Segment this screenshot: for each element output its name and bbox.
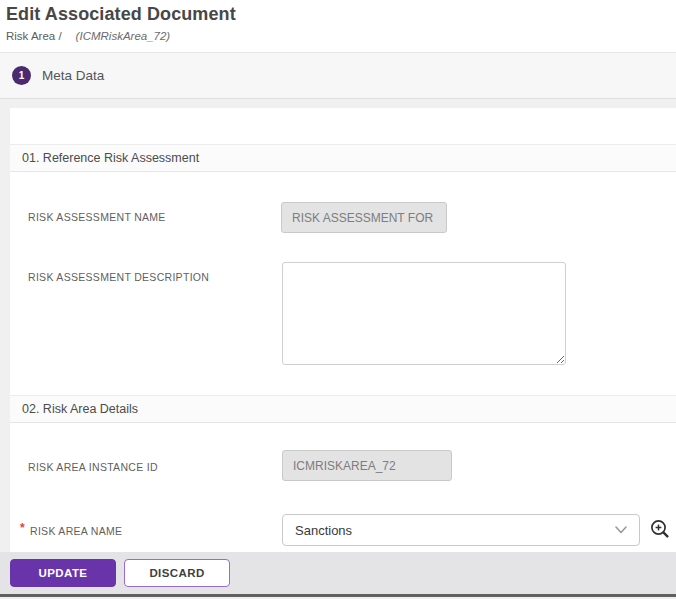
risk-area-name-label: RISK AREA NAME [30, 525, 122, 537]
risk-area-instance-id-label: RISK AREA INSTANCE ID [28, 461, 158, 473]
chevron-down-icon [615, 526, 627, 534]
breadcrumb-root[interactable]: Risk Area / [6, 30, 62, 42]
risk-area-name-select[interactable]: Sanctions [282, 514, 640, 546]
risk-assessment-name-input [281, 202, 447, 233]
risk-assessment-name-label: RISK ASSESSMENT NAME [28, 211, 166, 223]
risk-area-name-selected-value: Sanctions [295, 523, 615, 538]
page-title: Edit Associated Document [6, 4, 236, 25]
risk-area-instance-id-input [282, 450, 452, 481]
discard-button[interactable]: DISCARD [124, 559, 230, 587]
risk-area-lookup-button[interactable] [648, 518, 672, 542]
form-card: 01. Reference Risk Assessment RISK ASSES… [10, 108, 676, 552]
breadcrumb-current: (ICMRiskArea_72) [76, 30, 171, 42]
section-header-risk-area-details: 02. Risk Area Details [10, 395, 676, 423]
risk-assessment-description-textarea[interactable] [282, 262, 566, 365]
breadcrumb: Risk Area /(ICMRiskArea_72) [6, 30, 170, 42]
step-label: Meta Data [42, 68, 104, 83]
footer-action-bar: UPDATE DISCARD [0, 552, 676, 594]
update-button[interactable]: UPDATE [10, 559, 116, 587]
section-header-reference-risk-assessment: 01. Reference Risk Assessment [10, 144, 676, 172]
risk-assessment-description-label: RISK ASSESSMENT DESCRIPTION [28, 271, 209, 283]
page-header: Edit Associated Document Risk Area /(ICM… [0, 0, 676, 52]
step-header-meta-data[interactable]: 1 Meta Data [0, 52, 676, 99]
zoom-in-icon [649, 518, 671, 540]
required-asterisk: * [20, 521, 25, 535]
step-number-icon: 1 [12, 66, 31, 85]
window-bottom-edge [0, 594, 676, 597]
